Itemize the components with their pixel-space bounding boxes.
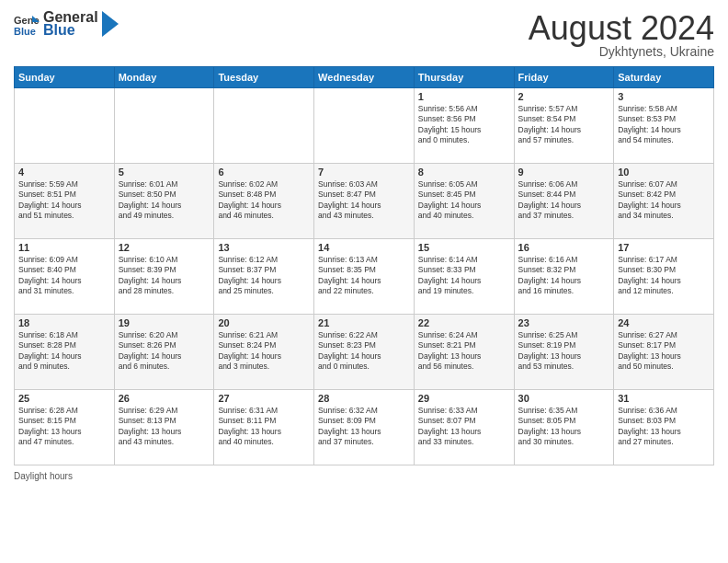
day-number: 17 (618, 242, 710, 253)
calendar-cell: 12Sunrise: 6:10 AM Sunset: 8:39 PM Dayli… (114, 239, 214, 315)
logo-blue: Blue (43, 22, 98, 39)
day-info: Sunrise: 6:03 AM Sunset: 8:47 PM Dayligh… (318, 179, 410, 222)
calendar-cell: 24Sunrise: 6:27 AM Sunset: 8:17 PM Dayli… (614, 315, 714, 390)
calendar-header-row: SundayMondayTuesdayWednesdayThursdayFrid… (15, 67, 714, 88)
calendar-cell (214, 88, 314, 164)
daylight-hours-label: Daylight hours (14, 471, 73, 481)
day-number: 4 (18, 167, 110, 178)
day-number: 23 (518, 317, 610, 328)
calendar-cell: 30Sunrise: 6:35 AM Sunset: 8:05 PM Dayli… (514, 390, 614, 465)
calendar-cell: 25Sunrise: 6:28 AM Sunset: 8:15 PM Dayli… (15, 390, 115, 465)
calendar-cell: 29Sunrise: 6:33 AM Sunset: 8:07 PM Dayli… (414, 390, 514, 465)
calendar-cell: 4Sunrise: 5:59 AM Sunset: 8:51 PM Daylig… (15, 164, 115, 239)
day-info: Sunrise: 6:10 AM Sunset: 8:39 PM Dayligh… (119, 255, 210, 297)
calendar-cell: 27Sunrise: 6:31 AM Sunset: 8:11 PM Dayli… (214, 390, 314, 465)
calendar-cell (114, 88, 214, 164)
calendar-cell: 28Sunrise: 6:32 AM Sunset: 8:09 PM Dayli… (314, 390, 415, 465)
calendar-cell: 26Sunrise: 6:29 AM Sunset: 8:13 PM Dayli… (114, 390, 214, 465)
day-number: 16 (518, 242, 610, 253)
day-number: 31 (618, 393, 710, 404)
day-number: 28 (318, 393, 410, 404)
day-number: 3 (618, 91, 710, 102)
calendar-week-row: 4Sunrise: 5:59 AM Sunset: 8:51 PM Daylig… (15, 164, 714, 239)
calendar-day-header: Monday (114, 67, 214, 88)
day-info: Sunrise: 6:06 AM Sunset: 8:44 PM Dayligh… (518, 179, 610, 222)
day-number: 12 (119, 242, 210, 253)
calendar-cell: 6Sunrise: 6:02 AM Sunset: 8:48 PM Daylig… (214, 164, 314, 239)
day-info: Sunrise: 6:16 AM Sunset: 8:32 PM Dayligh… (518, 255, 610, 297)
calendar-day-header: Thursday (414, 67, 514, 88)
calendar-cell: 21Sunrise: 6:22 AM Sunset: 8:23 PM Dayli… (314, 315, 415, 390)
day-info: Sunrise: 6:07 AM Sunset: 8:42 PM Dayligh… (618, 179, 710, 222)
day-number: 10 (618, 167, 710, 178)
day-info: Sunrise: 6:14 AM Sunset: 8:33 PM Dayligh… (418, 255, 510, 297)
calendar-day-header: Wednesday (314, 67, 415, 88)
calendar-cell (314, 88, 415, 164)
calendar-cell: 3Sunrise: 5:58 AM Sunset: 8:53 PM Daylig… (614, 88, 714, 164)
calendar-cell: 11Sunrise: 6:09 AM Sunset: 8:40 PM Dayli… (15, 239, 115, 315)
logo-icon: General Blue (14, 11, 40, 37)
page: General Blue General Blue August 2024 Dy… (0, 0, 728, 563)
day-number: 20 (218, 317, 310, 328)
calendar-cell (15, 88, 115, 164)
day-info: Sunrise: 6:27 AM Sunset: 8:17 PM Dayligh… (618, 330, 710, 373)
calendar-week-row: 11Sunrise: 6:09 AM Sunset: 8:40 PM Dayli… (15, 239, 714, 315)
calendar-cell: 19Sunrise: 6:20 AM Sunset: 8:26 PM Dayli… (114, 315, 214, 390)
day-info: Sunrise: 6:33 AM Sunset: 8:07 PM Dayligh… (418, 406, 510, 448)
day-info: Sunrise: 5:57 AM Sunset: 8:54 PM Dayligh… (518, 104, 610, 146)
day-number: 27 (218, 393, 310, 404)
calendar-cell: 8Sunrise: 6:05 AM Sunset: 8:45 PM Daylig… (414, 164, 514, 239)
svg-text:Blue: Blue (14, 26, 36, 37)
day-number: 18 (18, 317, 110, 328)
day-number: 6 (218, 167, 310, 178)
day-number: 22 (418, 317, 510, 328)
day-number: 26 (119, 393, 210, 404)
day-info: Sunrise: 6:21 AM Sunset: 8:24 PM Dayligh… (218, 330, 310, 373)
day-number: 11 (18, 242, 110, 253)
day-info: Sunrise: 6:13 AM Sunset: 8:35 PM Dayligh… (318, 255, 410, 297)
day-info: Sunrise: 6:24 AM Sunset: 8:21 PM Dayligh… (418, 330, 510, 373)
header: General Blue General Blue August 2024 Dy… (14, 9, 714, 59)
day-number: 9 (518, 167, 610, 178)
day-info: Sunrise: 6:28 AM Sunset: 8:15 PM Dayligh… (18, 406, 110, 448)
calendar-table: SundayMondayTuesdayWednesdayThursdayFrid… (14, 66, 714, 465)
calendar-cell: 7Sunrise: 6:03 AM Sunset: 8:47 PM Daylig… (314, 164, 415, 239)
calendar-day-header: Tuesday (214, 67, 314, 88)
day-info: Sunrise: 6:25 AM Sunset: 8:19 PM Dayligh… (518, 330, 610, 373)
calendar-cell: 17Sunrise: 6:17 AM Sunset: 8:30 PM Dayli… (614, 239, 714, 315)
svg-marker-3 (102, 11, 119, 37)
calendar-cell: 15Sunrise: 6:14 AM Sunset: 8:33 PM Dayli… (414, 239, 514, 315)
calendar-cell: 10Sunrise: 6:07 AM Sunset: 8:42 PM Dayli… (614, 164, 714, 239)
month-year-title: August 2024 (529, 9, 714, 48)
logo: General Blue General Blue (14, 9, 119, 40)
day-info: Sunrise: 6:32 AM Sunset: 8:09 PM Dayligh… (318, 406, 410, 448)
day-info: Sunrise: 5:56 AM Sunset: 8:56 PM Dayligh… (418, 104, 510, 146)
day-info: Sunrise: 6:31 AM Sunset: 8:11 PM Dayligh… (218, 406, 310, 448)
day-info: Sunrise: 6:17 AM Sunset: 8:30 PM Dayligh… (618, 255, 710, 297)
day-number: 30 (518, 393, 610, 404)
calendar-week-row: 1Sunrise: 5:56 AM Sunset: 8:56 PM Daylig… (15, 88, 714, 164)
day-number: 2 (518, 91, 610, 102)
calendar-cell: 14Sunrise: 6:13 AM Sunset: 8:35 PM Dayli… (314, 239, 415, 315)
day-info: Sunrise: 6:29 AM Sunset: 8:13 PM Dayligh… (119, 406, 210, 448)
calendar-day-header: Friday (514, 67, 614, 88)
day-info: Sunrise: 6:22 AM Sunset: 8:23 PM Dayligh… (318, 330, 410, 373)
day-number: 8 (418, 167, 510, 178)
day-info: Sunrise: 5:59 AM Sunset: 8:51 PM Dayligh… (18, 179, 110, 222)
calendar-cell: 1Sunrise: 5:56 AM Sunset: 8:56 PM Daylig… (414, 88, 514, 164)
day-number: 7 (318, 167, 410, 178)
calendar-week-row: 25Sunrise: 6:28 AM Sunset: 8:15 PM Dayli… (15, 390, 714, 465)
day-info: Sunrise: 6:18 AM Sunset: 8:28 PM Dayligh… (18, 330, 110, 373)
calendar-cell: 20Sunrise: 6:21 AM Sunset: 8:24 PM Dayli… (214, 315, 314, 390)
day-info: Sunrise: 6:36 AM Sunset: 8:03 PM Dayligh… (618, 406, 710, 448)
day-info: Sunrise: 6:12 AM Sunset: 8:37 PM Dayligh… (218, 255, 310, 297)
logo-triangle-icon (102, 11, 119, 37)
day-number: 13 (218, 242, 310, 253)
calendar-cell: 5Sunrise: 6:01 AM Sunset: 8:50 PM Daylig… (114, 164, 214, 239)
calendar-week-row: 18Sunrise: 6:18 AM Sunset: 8:28 PM Dayli… (15, 315, 714, 390)
day-number: 15 (418, 242, 510, 253)
calendar-cell: 2Sunrise: 5:57 AM Sunset: 8:54 PM Daylig… (514, 88, 614, 164)
day-number: 29 (418, 393, 510, 404)
calendar-cell: 13Sunrise: 6:12 AM Sunset: 8:37 PM Dayli… (214, 239, 314, 315)
day-info: Sunrise: 6:09 AM Sunset: 8:40 PM Dayligh… (18, 255, 110, 297)
